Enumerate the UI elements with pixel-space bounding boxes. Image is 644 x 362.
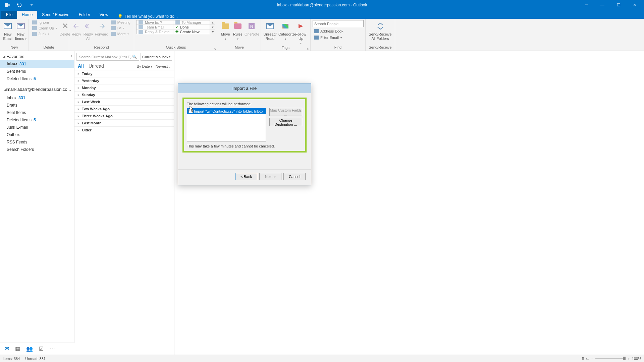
minimize-button[interactable]: — <box>595 0 610 10</box>
qat-outlook-icon[interactable] <box>3 1 12 9</box>
folder-item-rss-feeds[interactable]: RSS Feeds <box>0 138 74 146</box>
rules-button[interactable]: Rules▾ <box>232 20 244 41</box>
folder-item-search-folders[interactable]: Search Folders <box>0 146 74 153</box>
tab-folder[interactable]: Folder <box>74 11 95 19</box>
categorize-button[interactable]: Categorize▾ <box>278 20 292 41</box>
check-icon: ✓ <box>175 25 178 29</box>
tab-view[interactable]: View <box>95 11 113 19</box>
date-group-today[interactable]: Today <box>74 70 174 77</box>
sort-by-date[interactable]: By Date ▾ <box>137 64 152 68</box>
back-button[interactable]: < Back <box>235 173 257 180</box>
search-mailbox-input[interactable]: Search Current Mailbox (Ctrl+E) 🔍 <box>76 53 139 61</box>
search-scope-dropdown[interactable]: Current Mailbox▾ <box>141 53 172 61</box>
next-button[interactable]: Next > <box>259 173 281 180</box>
search-people-input[interactable]: Search People <box>313 20 364 27</box>
forward-button[interactable]: Forward <box>95 20 108 37</box>
qs-reply-delete[interactable]: Reply & Delete <box>137 29 173 34</box>
delete-button[interactable]: ✕ Delete <box>60 20 70 37</box>
qs-done[interactable]: ✓Done <box>173 25 210 29</box>
forward-icon <box>175 20 180 24</box>
ribbon-tabs: File Home Send / Receive Folder View 💡 T… <box>0 10 644 19</box>
import-action-item[interactable]: Import "wmContacts.csv" into folder: Inb… <box>187 108 266 114</box>
qs-team-email[interactable]: Team Email <box>137 25 173 29</box>
date-group-older[interactable]: Older <box>74 127 174 133</box>
nav-more-icon[interactable]: ⋯ <box>50 346 55 352</box>
filter-icon <box>314 36 319 40</box>
new-email-button[interactable]: New Email <box>2 20 14 41</box>
cancel-button[interactable]: Cancel <box>283 173 306 180</box>
date-group-yesterday[interactable]: Yesterday <box>74 77 174 84</box>
actions-listbox[interactable]: Import "wmContacts.csv" into folder: Inb… <box>187 108 266 141</box>
filter-email-button[interactable]: Filter Email▾ <box>313 35 364 40</box>
tab-send-receive[interactable]: Send / Receive <box>37 11 74 19</box>
qs-create-new[interactable]: ✚Create New <box>173 29 210 34</box>
date-group-three-weeks-ago[interactable]: Three Weeks Ago <box>74 113 174 119</box>
filter-all[interactable]: All <box>78 63 84 69</box>
qs-move-to[interactable]: Move to: ? <box>137 20 173 24</box>
folder-item-junk-e-mail[interactable]: Junk E-mail <box>0 124 74 131</box>
plus-icon: ✚ <box>175 29 178 34</box>
qat-customize[interactable]: ⏷ <box>27 1 36 9</box>
nav-calendar-icon[interactable]: ▦ <box>15 346 20 352</box>
folder-item-deleted-items[interactable]: Deleted Items5 <box>0 75 74 82</box>
nav-people-icon[interactable]: 👥 <box>26 346 33 352</box>
send-receive-all-button[interactable]: Send/Receive All Folders <box>368 20 393 41</box>
address-book-button[interactable]: Address Book <box>313 29 364 34</box>
tell-me-search[interactable]: 💡 Tell me what you want to do... <box>113 14 178 19</box>
follow-up-button[interactable]: Follow Up▾ <box>294 20 308 46</box>
map-custom-fields-button[interactable]: Map Custom Fields ... <box>269 108 302 116</box>
more-respond-button[interactable]: More▾ <box>110 32 132 36</box>
dialog-note: This may take a few minutes and cannot b… <box>187 144 302 148</box>
account-header[interactable]: ◢marklabarr@blenderpassion.co... <box>1 86 73 93</box>
zoom-slider[interactable] <box>595 358 626 359</box>
junk-button[interactable]: Junk▾ <box>31 32 58 36</box>
tab-home[interactable]: Home <box>17 11 37 19</box>
folder-item-outbox[interactable]: Outbox <box>0 131 74 138</box>
tab-file[interactable]: File <box>1 11 17 19</box>
date-group-last-month[interactable]: Last Month <box>74 120 174 126</box>
folder-item-sent-items[interactable]: Sent Items <box>0 109 74 116</box>
navigation-bar: ✉ ▦ 👥 ☑ ⋯ <box>0 343 74 355</box>
view-normal-icon[interactable]: ▯ <box>582 356 584 361</box>
favorites-header[interactable]: ◢Favorites <box>0 53 74 60</box>
date-group-last-week[interactable]: Last Week <box>74 99 174 105</box>
date-group-sunday[interactable]: Sunday <box>74 92 174 98</box>
view-reading-icon[interactable]: ▭ <box>586 356 589 361</box>
unread-read-button[interactable]: Unread/ Read <box>263 20 277 41</box>
new-items-button[interactable]: New Items ▾ <box>15 20 27 41</box>
dialog-launcher-icon[interactable]: ↘ <box>214 47 216 50</box>
maximize-button[interactable]: ☐ <box>611 0 626 10</box>
zoom-in[interactable]: + <box>628 357 630 361</box>
date-group-two-weeks-ago[interactable]: Two Weeks Ago <box>74 106 174 112</box>
onenote-button[interactable]: NOneNote <box>245 20 259 37</box>
sort-newest[interactable]: Newest ↓ <box>156 64 171 68</box>
action-checkbox[interactable] <box>189 109 193 113</box>
quick-steps-spinner[interactable]: ▴▾⏷ <box>210 20 215 34</box>
reply-delete-icon <box>139 30 143 34</box>
ribbon-display-options[interactable]: ▭ <box>579 0 594 10</box>
qs-to-manager[interactable]: To Manager <box>173 20 210 24</box>
nav-mail-icon[interactable]: ✉ <box>5 346 9 352</box>
folder-item-deleted-items[interactable]: Deleted Items5 <box>0 116 74 124</box>
folder-item-drafts[interactable]: Drafts <box>0 102 74 109</box>
clean-up-button[interactable]: Clean Up▾ <box>31 26 58 31</box>
close-button[interactable]: ✕ <box>627 0 642 10</box>
move-button[interactable]: Move▾ <box>220 20 231 41</box>
nav-tasks-icon[interactable]: ☑ <box>39 346 44 352</box>
im-button[interactable]: IM▾ <box>110 26 132 31</box>
folder-item-inbox[interactable]: Inbox331 <box>0 94 74 102</box>
zoom-out[interactable]: − <box>591 357 593 361</box>
collapse-folder-pane[interactable]: ‹ <box>71 54 72 58</box>
change-destination-button[interactable]: Change Destination ... <box>269 118 302 126</box>
filter-unread[interactable]: Unread <box>89 63 104 69</box>
ribbon: New Email New Items ▾ New Ignore Clean U… <box>0 19 644 51</box>
ignore-button[interactable]: Ignore <box>31 20 58 25</box>
folder-item-sent-items[interactable]: Sent Items <box>0 68 74 75</box>
qat-undo[interactable] <box>15 1 24 9</box>
folder-item-inbox[interactable]: Inbox331 <box>0 60 74 68</box>
reply-button[interactable]: Reply <box>71 20 82 37</box>
date-group-monday[interactable]: Monday <box>74 84 174 91</box>
dialog-launcher-icon[interactable]: ↘ <box>306 47 309 50</box>
meeting-button[interactable]: Meeting <box>110 20 132 25</box>
reply-all-button[interactable]: Reply All <box>83 20 93 41</box>
